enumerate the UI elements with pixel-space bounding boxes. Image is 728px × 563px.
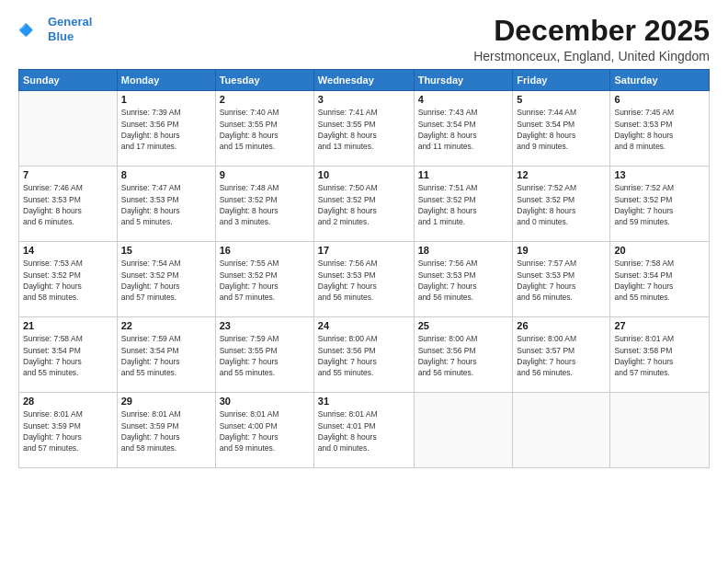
day-cell: 22Sunrise: 7:59 AM Sunset: 3:54 PM Dayli… [117, 317, 215, 393]
day-number: 27 [614, 320, 705, 331]
title-block: December 2025 Herstmonceux, England, Uni… [473, 15, 710, 63]
day-info: Sunrise: 7:39 AM Sunset: 3:56 PM Dayligh… [121, 107, 211, 152]
day-number: 28 [23, 396, 113, 407]
day-info: Sunrise: 7:55 AM Sunset: 3:52 PM Dayligh… [220, 258, 310, 303]
day-number: 9 [220, 169, 310, 180]
month-title: December 2025 [473, 15, 710, 47]
day-number: 16 [220, 245, 310, 256]
day-cell: 17Sunrise: 7:56 AM Sunset: 3:53 PM Dayli… [313, 242, 414, 317]
day-cell [19, 91, 118, 167]
day-info: Sunrise: 7:40 AM Sunset: 3:55 PM Dayligh… [220, 107, 310, 152]
day-number: 7 [23, 169, 113, 180]
logo-line1: General [48, 15, 92, 29]
day-cell: 9Sunrise: 7:48 AM Sunset: 3:52 PM Daylig… [215, 167, 313, 242]
day-info: Sunrise: 7:51 AM Sunset: 3:52 PM Dayligh… [418, 182, 509, 227]
day-number: 10 [318, 169, 410, 180]
week-row-4: 28Sunrise: 8:01 AM Sunset: 3:59 PM Dayli… [19, 393, 710, 468]
day-info: Sunrise: 7:59 AM Sunset: 3:55 PM Dayligh… [220, 333, 310, 378]
svg-text:🔷: 🔷 [18, 21, 34, 37]
calendar: Sunday Monday Tuesday Wednesday Thursday… [18, 69, 710, 468]
day-info: Sunrise: 7:48 AM Sunset: 3:52 PM Dayligh… [220, 182, 310, 227]
day-cell: 11Sunrise: 7:51 AM Sunset: 3:52 PM Dayli… [414, 167, 513, 242]
header-tuesday: Tuesday [215, 70, 313, 91]
day-info: Sunrise: 8:01 AM Sunset: 3:58 PM Dayligh… [614, 333, 705, 378]
day-number: 2 [220, 94, 310, 105]
day-number: 19 [517, 245, 606, 256]
day-cell: 29Sunrise: 8:01 AM Sunset: 3:59 PM Dayli… [117, 393, 215, 468]
calendar-body: 1Sunrise: 7:39 AM Sunset: 3:56 PM Daylig… [19, 91, 710, 468]
week-row-0: 1Sunrise: 7:39 AM Sunset: 3:56 PM Daylig… [19, 91, 710, 167]
day-info: Sunrise: 7:41 AM Sunset: 3:55 PM Dayligh… [318, 107, 410, 152]
day-number: 31 [318, 396, 410, 407]
day-number: 18 [418, 245, 509, 256]
day-info: Sunrise: 7:52 AM Sunset: 3:52 PM Dayligh… [517, 182, 606, 227]
day-cell: 14Sunrise: 7:53 AM Sunset: 3:52 PM Dayli… [19, 242, 118, 317]
day-number: 4 [418, 94, 509, 105]
day-number: 3 [318, 94, 410, 105]
day-info: Sunrise: 7:45 AM Sunset: 3:53 PM Dayligh… [614, 107, 705, 152]
logo-icon: 🔷 [18, 17, 44, 42]
day-number: 5 [517, 94, 606, 105]
header-row: Sunday Monday Tuesday Wednesday Thursday… [19, 70, 710, 91]
header-wednesday: Wednesday [313, 70, 414, 91]
day-cell [610, 393, 710, 468]
logo: 🔷 General Blue [18, 15, 92, 43]
day-cell: 27Sunrise: 8:01 AM Sunset: 3:58 PM Dayli… [610, 317, 710, 393]
header-sunday: Sunday [19, 70, 118, 91]
day-info: Sunrise: 7:56 AM Sunset: 3:53 PM Dayligh… [418, 258, 509, 303]
day-cell: 21Sunrise: 7:58 AM Sunset: 3:54 PM Dayli… [19, 317, 118, 393]
logo-text: General Blue [48, 15, 92, 43]
day-info: Sunrise: 8:00 AM Sunset: 3:56 PM Dayligh… [318, 333, 410, 378]
day-cell: 12Sunrise: 7:52 AM Sunset: 3:52 PM Dayli… [513, 167, 610, 242]
day-info: Sunrise: 7:50 AM Sunset: 3:52 PM Dayligh… [318, 182, 410, 227]
week-row-1: 7Sunrise: 7:46 AM Sunset: 3:53 PM Daylig… [19, 167, 710, 242]
day-cell: 20Sunrise: 7:58 AM Sunset: 3:54 PM Dayli… [610, 242, 710, 317]
day-cell: 7Sunrise: 7:46 AM Sunset: 3:53 PM Daylig… [19, 167, 118, 242]
day-number: 30 [220, 396, 310, 407]
day-cell: 3Sunrise: 7:41 AM Sunset: 3:55 PM Daylig… [313, 91, 414, 167]
day-info: Sunrise: 7:57 AM Sunset: 3:53 PM Dayligh… [517, 258, 606, 303]
day-info: Sunrise: 7:46 AM Sunset: 3:53 PM Dayligh… [23, 182, 113, 227]
day-number: 25 [418, 320, 509, 331]
logo-line2: Blue [48, 29, 74, 43]
week-row-3: 21Sunrise: 7:58 AM Sunset: 3:54 PM Dayli… [19, 317, 710, 393]
day-number: 6 [614, 94, 705, 105]
day-info: Sunrise: 8:01 AM Sunset: 4:00 PM Dayligh… [220, 408, 310, 454]
day-number: 1 [121, 94, 211, 105]
day-info: Sunrise: 8:00 AM Sunset: 3:56 PM Dayligh… [418, 333, 509, 378]
day-cell: 30Sunrise: 8:01 AM Sunset: 4:00 PM Dayli… [215, 393, 313, 468]
day-info: Sunrise: 7:58 AM Sunset: 3:54 PM Dayligh… [23, 333, 113, 378]
day-info: Sunrise: 8:00 AM Sunset: 3:57 PM Dayligh… [517, 333, 606, 378]
day-cell: 28Sunrise: 8:01 AM Sunset: 3:59 PM Dayli… [19, 393, 118, 468]
day-cell: 23Sunrise: 7:59 AM Sunset: 3:55 PM Dayli… [215, 317, 313, 393]
day-info: Sunrise: 7:52 AM Sunset: 3:52 PM Dayligh… [614, 182, 705, 227]
day-cell: 1Sunrise: 7:39 AM Sunset: 3:56 PM Daylig… [117, 91, 215, 167]
day-cell: 13Sunrise: 7:52 AM Sunset: 3:52 PM Dayli… [610, 167, 710, 242]
day-cell: 24Sunrise: 8:00 AM Sunset: 3:56 PM Dayli… [313, 317, 414, 393]
day-number: 17 [318, 245, 410, 256]
day-number: 20 [614, 245, 705, 256]
header-thursday: Thursday [414, 70, 513, 91]
day-cell: 4Sunrise: 7:43 AM Sunset: 3:54 PM Daylig… [414, 91, 513, 167]
day-info: Sunrise: 7:44 AM Sunset: 3:54 PM Dayligh… [517, 107, 606, 152]
week-row-2: 14Sunrise: 7:53 AM Sunset: 3:52 PM Dayli… [19, 242, 710, 317]
day-number: 15 [121, 245, 211, 256]
day-info: Sunrise: 7:54 AM Sunset: 3:52 PM Dayligh… [121, 258, 211, 303]
day-number: 8 [121, 169, 211, 180]
day-info: Sunrise: 7:43 AM Sunset: 3:54 PM Dayligh… [418, 107, 509, 152]
day-cell: 5Sunrise: 7:44 AM Sunset: 3:54 PM Daylig… [513, 91, 610, 167]
day-cell: 16Sunrise: 7:55 AM Sunset: 3:52 PM Dayli… [215, 242, 313, 317]
day-cell: 19Sunrise: 7:57 AM Sunset: 3:53 PM Dayli… [513, 242, 610, 317]
header: 🔷 General Blue December 2025 Herstmonceu… [18, 15, 710, 63]
day-info: Sunrise: 8:01 AM Sunset: 3:59 PM Dayligh… [121, 408, 211, 454]
day-number: 13 [614, 169, 705, 180]
day-info: Sunrise: 8:01 AM Sunset: 4:01 PM Dayligh… [318, 408, 410, 454]
page: 🔷 General Blue December 2025 Herstmonceu… [0, 0, 728, 563]
day-cell: 6Sunrise: 7:45 AM Sunset: 3:53 PM Daylig… [610, 91, 710, 167]
day-number: 14 [23, 245, 113, 256]
header-friday: Friday [513, 70, 610, 91]
day-info: Sunrise: 7:59 AM Sunset: 3:54 PM Dayligh… [121, 333, 211, 378]
day-info: Sunrise: 7:58 AM Sunset: 3:54 PM Dayligh… [614, 258, 705, 303]
day-info: Sunrise: 7:47 AM Sunset: 3:53 PM Dayligh… [121, 182, 211, 227]
day-cell: 18Sunrise: 7:56 AM Sunset: 3:53 PM Dayli… [414, 242, 513, 317]
